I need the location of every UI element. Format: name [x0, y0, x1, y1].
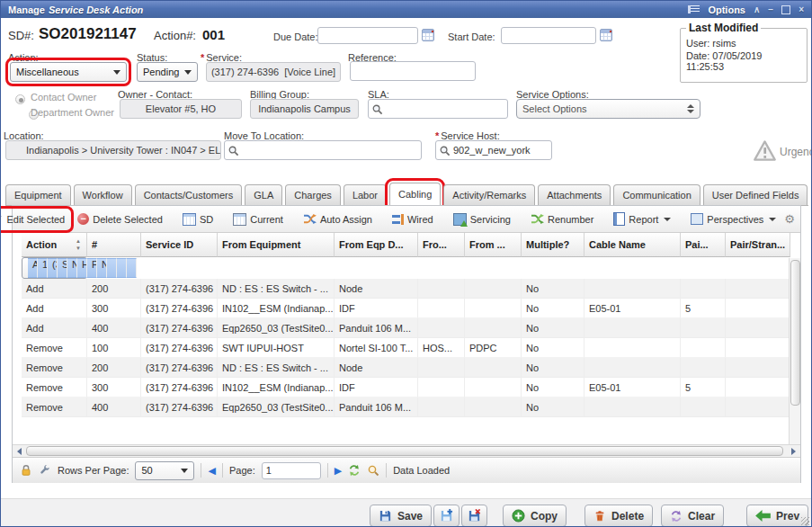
column-header[interactable]: #	[87, 233, 141, 257]
popout-icon[interactable]	[781, 5, 790, 14]
renumber-icon	[531, 213, 544, 225]
servicing-button[interactable]: Servicing	[449, 210, 515, 228]
minimize-icon[interactable]: −	[768, 5, 773, 14]
save-close-button[interactable]	[461, 505, 487, 527]
grid-icon	[183, 213, 196, 226]
last-modified-date: Date: 07/05/2019 11:25:53	[686, 50, 801, 72]
table-row[interactable]: Add400(317) 274-6396Eqp2650_03 (TestSite…	[22, 318, 790, 338]
horizontal-scrollbar-thumb[interactable]	[26, 446, 783, 456]
report-button[interactable]: Report	[609, 210, 675, 228]
wrench-icon[interactable]	[39, 464, 51, 477]
urgency-icon[interactable]	[753, 139, 777, 162]
vertical-scrollbar-thumb[interactable]	[790, 260, 800, 406]
current-button[interactable]: Current	[228, 210, 288, 228]
column-header[interactable]: Action	[22, 233, 87, 257]
tab-activity-remarks[interactable]: Activity/Remarks	[443, 184, 535, 205]
close-icon[interactable]: ×	[799, 5, 804, 14]
move-to-location-lookup[interactable]	[224, 140, 422, 160]
search-icon[interactable]	[367, 464, 379, 477]
sla-lookup[interactable]	[368, 99, 508, 119]
table-row[interactable]: Add300(317) 274-6396IN102__ESM (Indianap…	[22, 299, 790, 318]
resize-grip[interactable]	[801, 517, 809, 525]
options-menu-icon	[688, 5, 700, 13]
gear-icon[interactable]: ⚙	[784, 213, 795, 225]
updown-icon	[687, 104, 694, 113]
scroll-right-icon[interactable]	[791, 448, 796, 455]
save-button[interactable]: Save	[370, 505, 432, 527]
tab-communication[interactable]: Communication	[613, 184, 700, 205]
column-header[interactable]: Pair/Stran...	[726, 233, 790, 257]
horizontal-scrollbar[interactable]	[13, 444, 800, 457]
renumber-button[interactable]: Renumber	[526, 210, 598, 228]
collapse-icon[interactable]: ∧	[754, 5, 760, 14]
contact-owner-radio[interactable]	[15, 94, 25, 104]
search-icon	[228, 145, 239, 156]
wired-button[interactable]: Wired	[388, 211, 438, 228]
tab-workflow[interactable]: Workflow	[74, 184, 132, 205]
last-modified-panel: Last Modified User: rsims Date: 07/05/20…	[680, 22, 808, 83]
column-header[interactable]: Pai...	[681, 233, 726, 257]
move-to-location-input[interactable]	[239, 145, 421, 156]
action-select[interactable]: Miscellaneous	[10, 62, 127, 82]
column-header[interactable]: Cable Name	[584, 233, 681, 257]
start-date-input[interactable]	[501, 27, 596, 44]
table-row[interactable]: Remove300(317) 274-6396IN102__ESM (India…	[22, 378, 790, 397]
reference-input[interactable]	[350, 61, 476, 81]
column-header[interactable]: From ...	[465, 233, 522, 257]
clear-button[interactable]: Clear	[661, 505, 724, 527]
refresh-icon[interactable]	[348, 464, 361, 477]
lock-icon[interactable]	[20, 464, 32, 477]
tab-contacts-customers[interactable]: Contacts/Customers	[135, 184, 243, 205]
service-options-select[interactable]: Select Options	[516, 99, 700, 119]
perspectives-icon	[691, 213, 703, 225]
table-row[interactable]: Remove200(317) 274-6396ND : ES : ES Swit…	[22, 358, 790, 378]
service-host-lookup[interactable]	[435, 140, 552, 160]
previous-page-icon[interactable]: ◀	[208, 466, 215, 476]
grid-pager: Rows Per Page: 50 ◀ Page: ▶ Data Loaded	[13, 457, 800, 483]
save-icon	[379, 509, 392, 523]
tab-attachments[interactable]: Attachments	[538, 184, 611, 205]
tab-charges[interactable]: Charges	[285, 184, 341, 205]
status-select[interactable]: Pending	[137, 62, 198, 82]
copy-button[interactable]: Copy	[503, 505, 567, 527]
start-date-calendar-icon[interactable]	[600, 29, 612, 41]
tab-gla[interactable]: GLA	[245, 184, 282, 205]
column-header[interactable]: From Eqp D...	[335, 233, 418, 257]
table-row[interactable]: Remove400(317) 274-6396Eqp2650_03 (TestS…	[22, 397, 790, 417]
tab-cabling[interactable]: Cabling	[389, 183, 441, 206]
rows-per-page-select[interactable]: 50	[135, 461, 194, 480]
vertical-scrollbar[interactable]	[789, 258, 800, 444]
table-row[interactable]: Remove100(317) 274-6396SWT IUPUI-HOSTNor…	[22, 338, 790, 358]
tab-equipment[interactable]: Equipment	[5, 184, 71, 205]
tab-user-defined-fields[interactable]: User Defined Fields	[703, 184, 808, 205]
auto-assign-button[interactable]: Auto Assign	[299, 210, 377, 228]
chevron-down-icon	[181, 469, 188, 473]
service-host-input[interactable]	[451, 145, 551, 156]
column-header[interactable]: From Equipment	[218, 233, 335, 257]
options-menu[interactable]: Options	[708, 4, 745, 15]
delete-button[interactable]: Delete	[584, 505, 653, 527]
pager-separator	[386, 463, 387, 478]
page-input[interactable]	[262, 462, 321, 479]
delete-selected-button[interactable]: −Delete Selected	[73, 210, 167, 228]
save-new-button[interactable]	[433, 505, 460, 527]
chevron-down-icon	[113, 70, 120, 75]
column-header[interactable]: Fro...	[418, 233, 465, 257]
edit-selected-button[interactable]: Edit Selected	[0, 210, 69, 228]
window-title: ManageService Desk Action	[8, 4, 143, 15]
trash-icon	[593, 509, 606, 523]
next-page-icon[interactable]: ▶	[335, 466, 342, 476]
sla-input[interactable]	[383, 103, 507, 114]
perspectives-button[interactable]: Perspectives	[686, 210, 781, 228]
tab-labor[interactable]: Labor	[344, 184, 387, 205]
due-date-calendar-icon[interactable]	[422, 29, 434, 41]
due-date-input[interactable]	[317, 27, 418, 44]
scroll-left-icon[interactable]	[17, 448, 22, 455]
last-modified-user: User: rsims	[686, 38, 801, 49]
table-row[interactable]: Add100(317) 274-6396SWT IUPUI-HOSTNortel…	[22, 257, 87, 279]
sd-button[interactable]: SD	[178, 210, 218, 228]
column-header[interactable]: Multiple?	[522, 233, 584, 257]
table-row[interactable]: Add200(317) 274-6396ND : ES : ES Switch …	[22, 279, 790, 299]
column-header[interactable]: Service ID	[141, 233, 218, 257]
prev-button[interactable]: Prev	[746, 505, 808, 527]
